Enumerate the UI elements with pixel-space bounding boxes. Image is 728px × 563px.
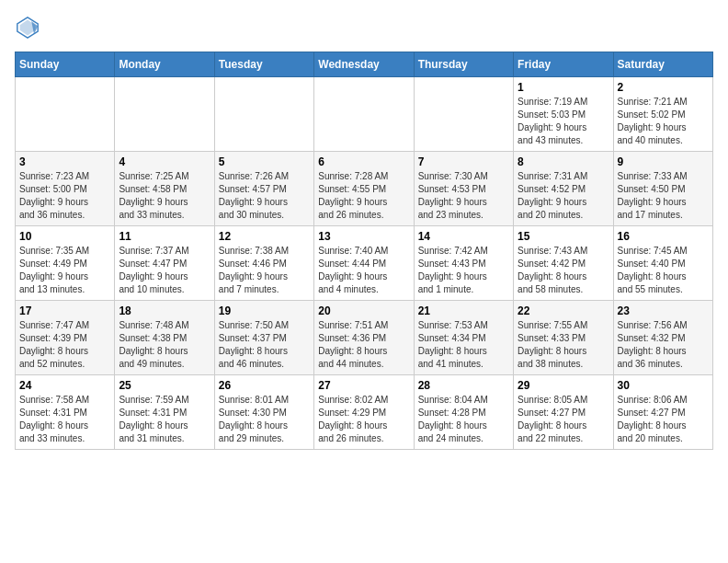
calendar-cell [414,77,513,152]
calendar-cell: 17Sunrise: 7:47 AM Sunset: 4:39 PM Dayli… [16,301,115,375]
day-number: 13 [318,230,409,243]
generalblue-logo-icon [15,15,40,40]
day-info: Sunrise: 7:31 AM Sunset: 4:52 PM Dayligh… [518,170,609,222]
day-info: Sunrise: 7:48 AM Sunset: 4:38 PM Dayligh… [119,319,210,371]
calendar-cell: 8Sunrise: 7:31 AM Sunset: 4:52 PM Daylig… [514,152,613,226]
calendar-cell: 19Sunrise: 7:50 AM Sunset: 4:37 PM Dayli… [214,301,313,375]
calendar-cell: 25Sunrise: 7:59 AM Sunset: 4:31 PM Dayli… [115,375,214,450]
logo [15,15,44,40]
calendar-cell: 4Sunrise: 7:25 AM Sunset: 4:58 PM Daylig… [115,152,214,226]
day-info: Sunrise: 7:26 AM Sunset: 4:57 PM Dayligh… [219,170,310,222]
day-number: 5 [219,155,310,168]
day-info: Sunrise: 8:01 AM Sunset: 4:30 PM Dayligh… [219,394,310,445]
day-info: Sunrise: 8:04 AM Sunset: 4:28 PM Dayligh… [418,394,509,445]
calendar-cell: 24Sunrise: 7:58 AM Sunset: 4:31 PM Dayli… [16,375,115,450]
day-number: 23 [618,304,709,317]
day-info: Sunrise: 7:28 AM Sunset: 4:55 PM Dayligh… [318,170,409,222]
day-number: 21 [418,304,509,317]
calendar-cell: 16Sunrise: 7:45 AM Sunset: 4:40 PM Dayli… [613,226,712,301]
day-info: Sunrise: 7:19 AM Sunset: 5:03 PM Dayligh… [518,96,609,147]
week-row-1: 1Sunrise: 7:19 AM Sunset: 5:03 PM Daylig… [16,77,713,152]
day-info: Sunrise: 7:33 AM Sunset: 4:50 PM Dayligh… [618,170,709,222]
weekday-header-row: SundayMondayTuesdayWednesdayThursdayFrid… [16,52,713,77]
day-number: 30 [618,379,709,392]
weekday-header-sunday: Sunday [16,52,115,77]
day-info: Sunrise: 8:05 AM Sunset: 4:27 PM Dayligh… [518,394,609,445]
day-number: 22 [518,304,609,317]
calendar-cell: 29Sunrise: 8:05 AM Sunset: 4:27 PM Dayli… [514,375,613,450]
day-number: 18 [119,304,210,317]
weekday-header-friday: Friday [514,52,613,77]
calendar-cell [214,77,313,152]
weekday-header-tuesday: Tuesday [214,52,313,77]
weekday-header-wednesday: Wednesday [314,52,414,77]
day-number: 9 [618,155,709,168]
calendar-cell: 11Sunrise: 7:37 AM Sunset: 4:47 PM Dayli… [115,226,214,301]
day-info: Sunrise: 7:56 AM Sunset: 4:32 PM Dayligh… [618,319,709,371]
day-number: 15 [518,230,609,243]
calendar-cell: 27Sunrise: 8:02 AM Sunset: 4:29 PM Dayli… [314,375,414,450]
day-number: 10 [19,230,110,243]
week-row-3: 10Sunrise: 7:35 AM Sunset: 4:49 PM Dayli… [16,226,713,301]
calendar-cell: 7Sunrise: 7:30 AM Sunset: 4:53 PM Daylig… [414,152,513,226]
day-info: Sunrise: 7:59 AM Sunset: 4:31 PM Dayligh… [119,394,210,445]
day-number: 4 [119,155,210,168]
calendar-cell: 15Sunrise: 7:43 AM Sunset: 4:42 PM Dayli… [514,226,613,301]
day-number: 3 [19,155,110,168]
day-number: 16 [618,230,709,243]
day-info: Sunrise: 7:23 AM Sunset: 5:00 PM Dayligh… [19,170,110,222]
day-info: Sunrise: 7:51 AM Sunset: 4:36 PM Dayligh… [318,319,409,371]
calendar-table: SundayMondayTuesdayWednesdayThursdayFrid… [15,52,713,450]
day-number: 1 [518,81,609,94]
day-info: Sunrise: 7:58 AM Sunset: 4:31 PM Dayligh… [19,394,110,445]
day-number: 19 [219,304,310,317]
calendar-cell: 22Sunrise: 7:55 AM Sunset: 4:33 PM Dayli… [514,301,613,375]
calendar-cell: 30Sunrise: 8:06 AM Sunset: 4:27 PM Dayli… [613,375,712,450]
day-number: 8 [518,155,609,168]
day-number: 28 [418,379,509,392]
day-info: Sunrise: 7:37 AM Sunset: 4:47 PM Dayligh… [119,245,210,296]
day-info: Sunrise: 7:55 AM Sunset: 4:33 PM Dayligh… [518,319,609,371]
calendar-cell [115,77,214,152]
calendar-cell: 13Sunrise: 7:40 AM Sunset: 4:44 PM Dayli… [314,226,414,301]
day-info: Sunrise: 7:35 AM Sunset: 4:49 PM Dayligh… [19,245,110,296]
calendar-cell [16,77,115,152]
day-info: Sunrise: 7:43 AM Sunset: 4:42 PM Dayligh… [518,245,609,296]
calendar-cell: 12Sunrise: 7:38 AM Sunset: 4:46 PM Dayli… [214,226,313,301]
day-info: Sunrise: 7:47 AM Sunset: 4:39 PM Dayligh… [19,319,110,371]
calendar-cell: 20Sunrise: 7:51 AM Sunset: 4:36 PM Dayli… [314,301,414,375]
day-info: Sunrise: 7:30 AM Sunset: 4:53 PM Dayligh… [418,170,509,222]
weekday-header-thursday: Thursday [414,52,513,77]
week-row-5: 24Sunrise: 7:58 AM Sunset: 4:31 PM Dayli… [16,375,713,450]
day-info: Sunrise: 7:45 AM Sunset: 4:40 PM Dayligh… [618,245,709,296]
day-number: 25 [119,379,210,392]
day-number: 24 [19,379,110,392]
calendar-cell: 10Sunrise: 7:35 AM Sunset: 4:49 PM Dayli… [16,226,115,301]
header [15,15,713,40]
day-number: 29 [518,379,609,392]
day-info: Sunrise: 7:25 AM Sunset: 4:58 PM Dayligh… [119,170,210,222]
weekday-header-monday: Monday [115,52,214,77]
day-info: Sunrise: 7:40 AM Sunset: 4:44 PM Dayligh… [318,245,409,296]
calendar-cell [314,77,414,152]
calendar-cell: 2Sunrise: 7:21 AM Sunset: 5:02 PM Daylig… [613,77,712,152]
week-row-4: 17Sunrise: 7:47 AM Sunset: 4:39 PM Dayli… [16,301,713,375]
day-number: 14 [418,230,509,243]
calendar-cell: 23Sunrise: 7:56 AM Sunset: 4:32 PM Dayli… [613,301,712,375]
day-number: 7 [418,155,509,168]
calendar-cell: 14Sunrise: 7:42 AM Sunset: 4:43 PM Dayli… [414,226,513,301]
day-number: 17 [19,304,110,317]
day-number: 12 [219,230,310,243]
day-info: Sunrise: 7:38 AM Sunset: 4:46 PM Dayligh… [219,245,310,296]
day-info: Sunrise: 7:53 AM Sunset: 4:34 PM Dayligh… [418,319,509,371]
day-number: 20 [318,304,409,317]
day-number: 2 [618,81,709,94]
day-number: 26 [219,379,310,392]
calendar-cell: 18Sunrise: 7:48 AM Sunset: 4:38 PM Dayli… [115,301,214,375]
calendar-cell: 1Sunrise: 7:19 AM Sunset: 5:03 PM Daylig… [514,77,613,152]
calendar-cell: 26Sunrise: 8:01 AM Sunset: 4:30 PM Dayli… [214,375,313,450]
day-info: Sunrise: 8:02 AM Sunset: 4:29 PM Dayligh… [318,394,409,445]
calendar-cell: 5Sunrise: 7:26 AM Sunset: 4:57 PM Daylig… [214,152,313,226]
week-row-2: 3Sunrise: 7:23 AM Sunset: 5:00 PM Daylig… [16,152,713,226]
calendar-cell: 3Sunrise: 7:23 AM Sunset: 5:00 PM Daylig… [16,152,115,226]
